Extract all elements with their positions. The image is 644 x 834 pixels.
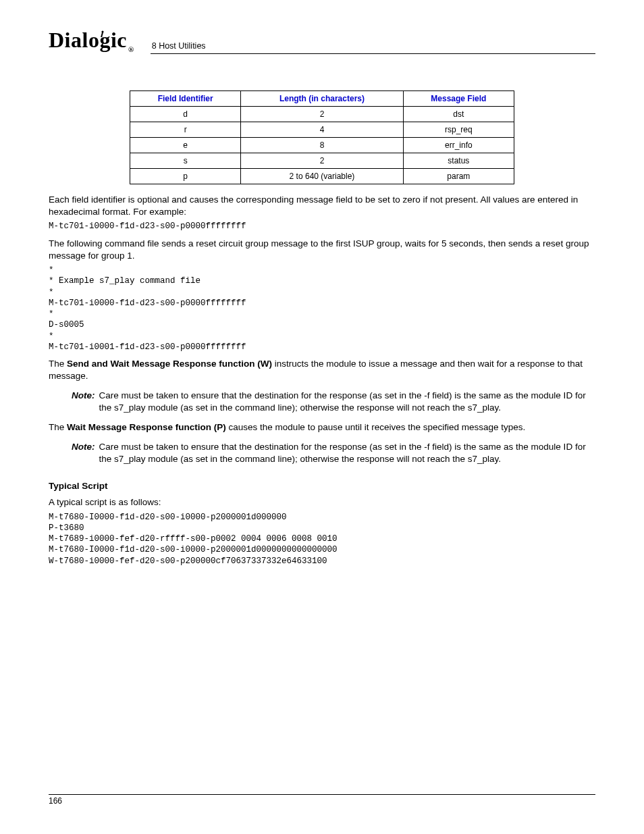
code-block: M-tc701-i0000-f1d-d23-s00-p0000ffffffff <box>49 221 595 232</box>
page-header: Dialogic® 8 Host Utilities <box>49 26 595 55</box>
text: The <box>49 422 67 432</box>
dialogic-logo: Dialogic® <box>49 28 134 53</box>
note-text: Care must be taken to ensure that the de… <box>99 441 596 467</box>
cell-id: p <box>130 169 241 184</box>
field-identifier-table: Field Identifier Length (in characters) … <box>130 90 514 184</box>
note-label: Note: <box>72 390 95 415</box>
paragraph: The following command file sends a reset… <box>49 238 595 262</box>
cell-len: 2 <box>241 153 403 169</box>
cell-id: d <box>130 107 241 122</box>
cell-len: 8 <box>241 138 403 153</box>
cell-msg: dst <box>403 107 514 122</box>
section-label: 8 Host Utilities <box>151 41 595 54</box>
text: causes the module to pause until it rece… <box>226 422 526 432</box>
page-footer: 166 <box>49 794 595 806</box>
note-label: Note: <box>72 441 95 467</box>
cell-id: r <box>130 122 241 138</box>
table-row: s 2 status <box>130 153 514 169</box>
paragraph: The Send and Wait Message Response funct… <box>49 358 595 382</box>
note-block: Note: Care must be taken to ensure that … <box>72 390 595 415</box>
note-block: Note: Care must be taken to ensure that … <box>72 441 595 467</box>
cell-id: s <box>130 153 241 169</box>
footer-rule <box>49 794 595 795</box>
col-message-field: Message Field <box>403 91 514 107</box>
col-length: Length (in characters) <box>241 91 403 107</box>
table-row: r 4 rsp_req <box>130 122 514 138</box>
col-field-identifier: Field Identifier <box>130 91 241 107</box>
cell-len: 4 <box>241 122 403 138</box>
bold-text: Send and Wait Message Response function … <box>67 359 272 369</box>
paragraph: Each field identifier is optional and ca… <box>49 194 595 218</box>
table-row: e 8 err_info <box>130 138 514 153</box>
cell-msg: status <box>403 153 514 169</box>
svg-line-1 <box>100 32 103 37</box>
cell-msg: err_info <box>403 138 514 153</box>
paragraph: The Wait Message Response function (P) c… <box>49 421 595 434</box>
page-content: Field Identifier Length (in characters) … <box>49 55 595 567</box>
table-header-row: Field Identifier Length (in characters) … <box>130 91 514 107</box>
cell-len: 2 <box>241 107 403 122</box>
bold-text: Wait Message Response function (P) <box>67 422 226 432</box>
cell-len: 2 to 640 (variable) <box>241 169 403 184</box>
text: The <box>49 359 67 369</box>
code-block: M-t7680-I0000-f1d-d20-s00-i0000-p2000001… <box>49 512 595 567</box>
table-row: d 2 dst <box>130 107 514 122</box>
paragraph: A typical script is as follows: <box>49 496 595 509</box>
table-row: p 2 to 640 (variable) param <box>130 169 514 184</box>
code-block: * * Example s7_play command file * M-tc7… <box>49 265 595 353</box>
typical-script-heading: Typical Script <box>49 481 595 491</box>
cell-msg: rsp_req <box>403 122 514 138</box>
page-number: 166 <box>49 796 595 806</box>
cell-msg: param <box>403 169 514 184</box>
note-text: Care must be taken to ensure that the de… <box>99 390 596 415</box>
cell-id: e <box>130 138 241 153</box>
